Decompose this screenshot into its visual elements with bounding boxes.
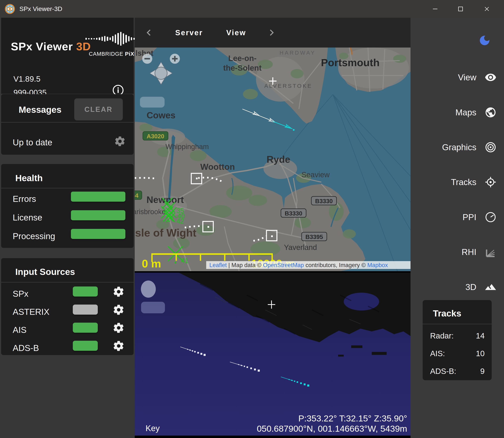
attribution-link: Leaflet xyxy=(209,262,227,268)
clear-messages-button[interactable]: CLEAR xyxy=(74,99,123,120)
attribution-static: contributors, Imagery © xyxy=(304,262,367,268)
track-count-value: 14 xyxy=(476,331,485,340)
status-indicator xyxy=(71,229,126,239)
view-3d[interactable]: Key P:353.22° T:32.15° Z:35.90° 050.6879… xyxy=(135,273,411,436)
right-sidebar: View Maps Graphics Tracks PPI RHI 3D Tra… xyxy=(411,18,504,438)
health-row: Errors xyxy=(1,192,134,210)
attribution-text[interactable]: Leaflet | Map data © OpenStreetMap contr… xyxy=(209,262,388,268)
sidebar-item-label: Maps xyxy=(456,107,476,117)
gear-icon xyxy=(113,340,125,352)
health-label: License xyxy=(13,212,42,222)
close-icon xyxy=(483,6,490,12)
sidebar-item-tracks[interactable]: Tracks xyxy=(451,174,496,190)
scale-min-label: 0 m xyxy=(142,257,161,270)
health-row: Processing xyxy=(1,229,134,248)
key-label[interactable]: Key xyxy=(146,424,160,433)
branding-panel: SPx Viewer 3D CAMBRIDGE PiXEL V1.89.5 99… xyxy=(1,18,134,94)
green-track-label: 41 xyxy=(181,257,188,264)
track-count-value: 9 xyxy=(480,367,485,376)
sidebar-item-label: Graphics xyxy=(442,142,476,152)
camera-readout: P:353.22° T:32.15° Z:35.90° 050.687900°N… xyxy=(257,413,407,434)
input-sources-panel: Input Sources SPx ASTERIX AIS ADS-B xyxy=(1,258,134,355)
status-indicator xyxy=(73,323,98,333)
left-sidebar: SPx Viewer 3D CAMBRIDGE PiXEL V1.89.5 99… xyxy=(0,18,135,438)
map-view[interactable]: lshotLee-on-the-SolentHARDWAYPortsmouthA… xyxy=(135,47,411,271)
health-label: Errors xyxy=(13,194,36,204)
messages-title: Messages xyxy=(19,105,61,115)
eye-icon xyxy=(485,71,496,83)
maximize-button[interactable] xyxy=(449,0,472,18)
track-source-label: AIS: xyxy=(430,349,445,358)
mountains-icon xyxy=(485,281,496,293)
camera-position: 050.687900°N, 001.146663°W, 5439m xyxy=(257,424,407,434)
messages-status: Up to date xyxy=(13,137,52,147)
source-settings-button[interactable] xyxy=(113,286,125,298)
input-source-label: ADS-B xyxy=(13,343,39,353)
attribution-link: Mapbox xyxy=(367,262,388,268)
view-mode-button[interactable] xyxy=(141,302,165,313)
status-indicator xyxy=(73,305,98,315)
input-source-label: AIS xyxy=(13,325,26,335)
close-button[interactable] xyxy=(476,0,498,18)
camera-orientation: P:353.22° T:32.15° Z:35.90° xyxy=(257,413,407,424)
maximize-icon xyxy=(457,6,464,12)
input-source-row: AIS xyxy=(1,323,134,341)
track-count-row: ADS-B: 9 xyxy=(423,365,492,383)
next-page-button[interactable] xyxy=(265,26,278,39)
sidebar-item-rhi[interactable]: RHI xyxy=(462,244,496,260)
company-name: CAMBRIDGE PiXEL xyxy=(89,51,142,57)
sidebar-item-label: PPI xyxy=(463,212,476,222)
source-settings-button[interactable] xyxy=(113,322,125,334)
messages-panel: Messages CLEAR Up to date xyxy=(1,94,134,155)
messages-settings-button[interactable] xyxy=(114,135,126,147)
ppi-icon xyxy=(485,211,496,223)
chevron-right-icon xyxy=(267,29,275,37)
input-source-row: ADS-B xyxy=(1,341,134,359)
track-source-label: Radar: xyxy=(430,331,454,340)
health-label: Processing xyxy=(13,231,55,241)
source-settings-button[interactable] xyxy=(113,340,125,352)
gear-icon xyxy=(113,304,125,316)
input-source-label: ASTERIX xyxy=(13,307,49,317)
sidebar-item-graphics[interactable]: Graphics xyxy=(442,139,496,156)
scene-3d[interactable] xyxy=(135,273,411,436)
track-count-row: AIS: 10 xyxy=(423,348,492,365)
sidebar-item-ppi[interactable]: PPI xyxy=(463,209,496,226)
gear-icon xyxy=(113,286,125,298)
sidebar-item-3d[interactable]: 3D xyxy=(465,279,496,296)
logo-text: SPx Viewer 3D xyxy=(11,40,91,53)
green-track-label: 42 xyxy=(176,217,184,225)
sidebar-item-label: Tracks xyxy=(451,177,476,187)
tracks-summary-panel: Tracks Radar: 14AIS: 10ADS-B: 9 xyxy=(423,300,492,380)
map-mode-button[interactable] xyxy=(140,97,165,108)
dark-mode-toggle[interactable] xyxy=(478,34,491,47)
sidebar-item-view[interactable]: View xyxy=(458,69,496,86)
leaflet-map[interactable]: lshotLee-on-the-SolentHARDWAYPortsmouthA… xyxy=(135,47,411,271)
waveform-logo-graphic xyxy=(85,29,141,49)
view-orbit-button[interactable] xyxy=(141,281,156,298)
prev-page-button[interactable] xyxy=(143,26,156,39)
crosshair-icon xyxy=(485,176,496,188)
status-indicator xyxy=(71,210,126,220)
map-attribution: Leaflet | Map data © OpenStreetMap contr… xyxy=(206,261,411,269)
status-indicator xyxy=(73,341,98,351)
input-source-row: SPx xyxy=(1,286,134,305)
minimize-button[interactable] xyxy=(424,0,446,18)
globe-icon xyxy=(485,106,496,118)
health-row: License xyxy=(1,210,134,229)
menu-item-server[interactable]: Server xyxy=(175,29,203,37)
menu-item-view[interactable]: View xyxy=(226,29,246,37)
target-icon xyxy=(485,141,496,153)
gear-icon xyxy=(113,322,125,334)
track-count-value: 10 xyxy=(476,349,485,358)
sidebar-item-maps[interactable]: Maps xyxy=(456,104,496,121)
track-source-label: ADS-B: xyxy=(430,367,456,376)
divider xyxy=(1,282,134,283)
input-source-row: ASTERIX xyxy=(1,305,134,323)
status-indicator xyxy=(71,192,126,202)
map-toolbar: Server View xyxy=(135,18,411,47)
sidebar-item-label: View xyxy=(458,72,476,82)
version-label: V1.89.5 xyxy=(13,75,41,84)
divider xyxy=(423,324,492,324)
source-settings-button[interactable] xyxy=(113,304,125,316)
